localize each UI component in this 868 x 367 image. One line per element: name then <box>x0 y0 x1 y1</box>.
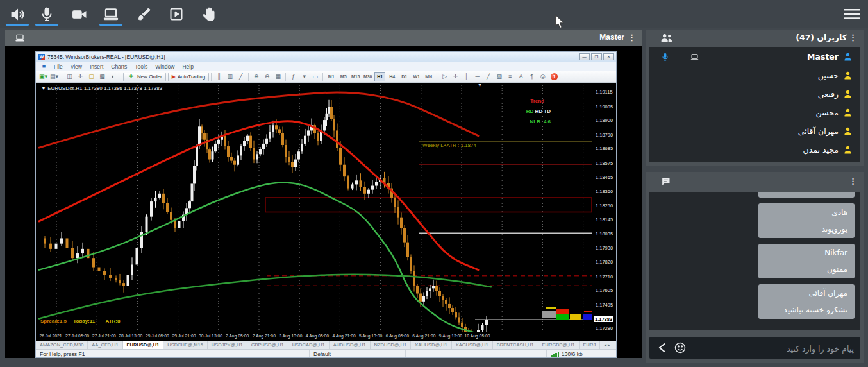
users-list[interactable]: Masterحسینرفیعیمحسنمهران آقائیمجید تمدنا… <box>649 47 860 162</box>
users-panel: ⋮ کاربران (47) Masterحسینرفیعیمحسنمهران … <box>646 30 864 166</box>
notification-badge[interactable]: 1 <box>551 73 558 80</box>
magnifier-icon[interactable]: ◎ <box>538 72 547 81</box>
scroll-marker-icon: ▼ <box>478 83 482 87</box>
timeframe-m1[interactable]: M1 <box>326 72 337 81</box>
speaker-button[interactable] <box>4 3 31 26</box>
chat-author: هادی <box>765 208 847 217</box>
timeframe-mn[interactable]: MN <box>423 72 434 81</box>
mt4-toolbar: ▣▾ ▤▾ ◫ ✛ ▢ ▩ ◐ ✚ New Order ▶ AutoTra <box>36 71 616 83</box>
presenter-screen-icon <box>689 53 700 62</box>
new-order-button[interactable]: ✚ New Order <box>123 73 166 81</box>
tile-windows-icon[interactable]: ◫ <box>65 72 74 81</box>
chat-panel: ⋮ هادییوروپوندNikfarممنونمهران آقائیتشکر… <box>646 172 864 363</box>
menu-item-help[interactable]: Help <box>178 64 197 70</box>
menu-item-window[interactable]: Window <box>151 64 178 70</box>
price-tick: 1.17605 <box>596 287 613 293</box>
text-tool-icon[interactable]: A <box>516 72 526 81</box>
zoom-out-icon[interactable]: ⊖ <box>262 72 272 81</box>
menu-item-tools[interactable]: Tools <box>131 64 151 70</box>
user-row[interactable]: مجید تمدن <box>649 141 860 159</box>
user-row[interactable]: مهران آقائی <box>649 122 860 141</box>
raise-hand-button[interactable] <box>194 3 221 26</box>
chat-options-button[interactable]: ⋮ <box>849 176 857 186</box>
microphone-button[interactable] <box>33 3 60 26</box>
periods-icon[interactable]: ▾ <box>299 72 309 81</box>
time-axis-label: 5 Aug 13:00 <box>359 334 382 338</box>
timeframe-h4[interactable]: H4 <box>387 72 397 81</box>
timeframe-m5[interactable]: M5 <box>338 72 349 81</box>
timeframe-m30[interactable]: M30 <box>362 72 373 81</box>
mt4-titlebar: W 75345: WindsorBrokers-REAL - [EURUSD@,… <box>36 52 616 62</box>
price-tick: 1.18250 <box>596 203 613 209</box>
user-icon <box>843 108 853 117</box>
terminal-icon[interactable]: ▩ <box>97 72 107 81</box>
zoom-in-icon[interactable]: ⊕ <box>251 72 261 81</box>
indicators-icon[interactable]: ƒ <box>288 72 298 81</box>
timeframe-d1[interactable]: D1 <box>399 72 410 81</box>
price-axis[interactable]: 1.191151.190051.189001.187901.186851.185… <box>592 83 617 332</box>
fibonacci-icon[interactable]: ≡ <box>505 72 515 81</box>
user-row[interactable]: رفیعی <box>649 85 860 103</box>
arrows-tool-icon[interactable]: ¶ <box>527 72 537 81</box>
profiles-icon[interactable]: ▤▾ <box>49 72 59 81</box>
horizontal-line-icon[interactable]: ─ <box>472 72 482 81</box>
users-options-button[interactable]: ⋮ <box>849 33 857 42</box>
restore-button[interactable]: ❐ <box>591 53 602 60</box>
timeframe-m15[interactable]: M15 <box>350 72 361 81</box>
user-icon <box>843 145 853 155</box>
templates-icon[interactable]: ▭ <box>310 72 320 81</box>
send-message-button[interactable] <box>656 341 669 354</box>
autotrading-button[interactable]: ▶ AutoTrading <box>168 73 209 81</box>
annotate-button[interactable] <box>131 3 158 26</box>
candle-chart-icon[interactable]: ▥ <box>225 72 235 81</box>
vertical-line-icon[interactable]: │ <box>462 72 471 81</box>
chart-plot[interactable]: ▼ EURUSD@,H1 1.17380 1.17386 1.17378 1.1… <box>38 83 592 333</box>
user-row[interactable]: Master <box>649 47 860 66</box>
menu-item-file[interactable]: File <box>50 64 67 70</box>
time-axis[interactable]: 26 Jul 202127 Jul 05:0027 Jul 21:0028 Ju… <box>36 332 617 341</box>
market-watch-icon[interactable]: ✛ <box>76 72 85 81</box>
new-chart-icon[interactable]: ▣▾ <box>38 72 48 81</box>
status-profile[interactable]: Default <box>310 350 406 358</box>
chat-input[interactable] <box>692 337 855 360</box>
chat-message-list[interactable]: هادییوروپوندNikfarممنونمهران آقائیتشکرو … <box>649 192 860 330</box>
minimize-button[interactable]: — <box>579 53 590 60</box>
crosshair-icon[interactable]: ✛ <box>451 72 460 81</box>
trendline-icon[interactable]: ╱ <box>483 72 493 81</box>
channel-icon[interactable]: ▨ <box>494 72 504 81</box>
weekly-atr-label: Weekly L+ATR : 1.1874 <box>422 142 476 148</box>
user-row[interactable]: محسن <box>649 103 860 122</box>
status-traffic: 130/6 kb <box>547 350 617 358</box>
menu-item-charts[interactable]: Charts <box>107 64 131 70</box>
time-axis-label: 9 Aug 13:00 <box>439 334 462 338</box>
user-row[interactable]: حسین <box>649 66 860 85</box>
screen-share-stage: Master ⋮ W 75345: WindsorBrokers-REAL - … <box>5 30 642 358</box>
screen-share-button[interactable] <box>97 3 124 26</box>
chat-text: تشکرو خسته نباشید <box>765 305 847 314</box>
timeframe-h1[interactable]: H1 <box>374 72 385 81</box>
microphone-icon <box>39 6 54 22</box>
auto-scroll-icon[interactable]: ▦ <box>273 72 283 81</box>
app-window: Master ⋮ W 75345: WindsorBrokers-REAL - … <box>0 0 868 367</box>
user-row[interactable]: اما <box>649 159 860 162</box>
strategy-tester-icon[interactable]: ◐ <box>108 72 118 81</box>
main-menu-button[interactable] <box>840 5 863 23</box>
bar-chart-icon[interactable]: ║ <box>214 72 224 81</box>
close-button[interactable]: ✕ <box>603 53 614 60</box>
menu-item-view[interactable]: View <box>67 64 86 70</box>
chart-symbol-label: ▼ EURUSD@,H1 1.17380 1.17386 1.17378 1.1… <box>41 85 162 91</box>
line-chart-icon[interactable]: ╱ <box>236 72 246 81</box>
stage-options-button[interactable]: ⋮ <box>628 33 636 42</box>
navigator-icon[interactable]: ▢ <box>87 72 96 81</box>
media-play-button[interactable] <box>163 3 190 26</box>
status-help-text: For Help, press F1 <box>36 350 310 358</box>
user-icon <box>843 71 853 80</box>
price-tick: 1.18575 <box>596 160 613 166</box>
user-name: رفیعی <box>818 89 839 99</box>
cursor-icon[interactable]: ▷ <box>440 72 449 81</box>
user-name: حسین <box>818 71 839 80</box>
emoji-button[interactable] <box>674 341 687 354</box>
timeframe-w1[interactable]: W1 <box>411 72 422 81</box>
camera-button[interactable] <box>65 3 92 26</box>
menu-item-insert[interactable]: Insert <box>86 64 107 70</box>
